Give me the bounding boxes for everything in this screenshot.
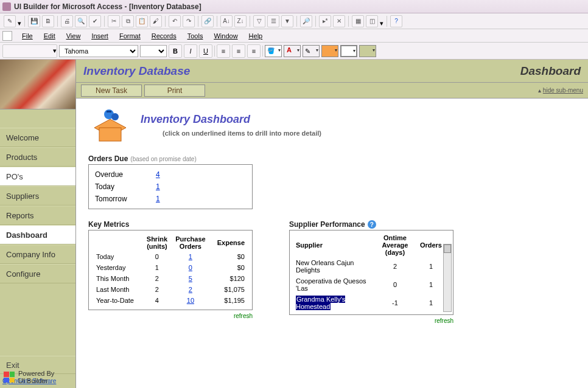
metrics-po-link[interactable]: 0 xyxy=(171,262,210,273)
fill-swatch[interactable] xyxy=(321,45,338,57)
orders-row-tomorrow: Tomorrow1 xyxy=(95,193,246,205)
perf-row-selected[interactable]: Grandma Kelly's Homestead-11 xyxy=(295,294,452,312)
menu-window[interactable]: Window xyxy=(209,31,242,41)
metrics-po-link[interactable]: 2 xyxy=(171,284,210,295)
metrics-row: Year-to-Date410$1,195 xyxy=(95,295,246,306)
delete-record-button[interactable]: ✕ xyxy=(333,15,345,27)
filter-form-button[interactable]: ☰ xyxy=(267,15,279,27)
undo-button[interactable]: ↶ xyxy=(169,15,181,27)
metrics-row: This Month25$120 xyxy=(95,273,246,284)
italic-button[interactable]: I xyxy=(184,44,197,58)
supplier-perf-panel: Supplier Ontime Average(days) Orders New… xyxy=(289,230,453,315)
spell-button[interactable]: ✔ xyxy=(89,15,101,27)
fill-color-button[interactable]: 🪣 xyxy=(265,45,282,57)
special-effect-button[interactable] xyxy=(359,45,376,57)
metrics-row: Today01$0 xyxy=(95,251,246,262)
paste-button[interactable]: 📋 xyxy=(136,15,148,27)
orders-row-overdue: Overdue4 xyxy=(95,168,246,181)
separator xyxy=(387,16,387,27)
nav-configure[interactable]: Configure xyxy=(0,264,75,283)
font-size-selector[interactable]: 8 xyxy=(140,45,167,57)
toolbar-formatting: ▾ Tahoma 8 B I U ≡ ≡ ≡ 🪣 A ✎ xyxy=(0,43,588,60)
link-button[interactable]: 🔗 xyxy=(201,15,214,27)
object-selector[interactable]: ▾ xyxy=(2,44,57,58)
perf-col-orders: Orders xyxy=(419,233,443,257)
font-color-button[interactable]: A xyxy=(284,45,301,57)
hide-submenu-link[interactable]: hide sub-menu xyxy=(538,87,583,94)
sub-menu-bar: New Task Print hide sub-menu xyxy=(76,83,588,99)
align-right-button[interactable]: ≡ xyxy=(247,44,261,58)
scrollbar[interactable] xyxy=(443,244,452,312)
orders-today-link[interactable]: 1 xyxy=(156,182,160,191)
menu-view[interactable]: View xyxy=(61,31,86,41)
orders-row-today: Today1 xyxy=(95,181,246,193)
perf-row[interactable]: Cooperativa de Quesos 'Las01 xyxy=(295,275,452,294)
scrollbar-thumb[interactable] xyxy=(444,244,451,253)
separator xyxy=(296,16,297,27)
menu-format[interactable]: Format xyxy=(114,31,145,41)
form-icon[interactable] xyxy=(2,31,12,41)
db-window-button[interactable]: ▦ xyxy=(352,15,364,27)
save-button[interactable]: 💾 xyxy=(28,15,40,27)
border-swatch[interactable] xyxy=(340,45,357,57)
cut-button[interactable]: ✂ xyxy=(108,15,120,27)
uibuilder-logo-icon xyxy=(4,372,15,383)
dropdown-icon[interactable]: ▾ xyxy=(18,19,21,23)
menu-edit[interactable]: Edit xyxy=(39,31,60,41)
separator xyxy=(315,16,316,27)
nav-suppliers[interactable]: Suppliers xyxy=(0,186,75,206)
nav-products[interactable]: Products xyxy=(0,147,75,167)
help-icon[interactable]: ? xyxy=(368,220,376,229)
format-painter-button[interactable]: 🖌 xyxy=(150,15,162,27)
filter-selection-button[interactable]: ▽ xyxy=(253,15,265,27)
nav-company-info[interactable]: Company Info xyxy=(0,244,75,264)
line-color-button[interactable]: ✎ xyxy=(303,45,320,57)
nav-reports[interactable]: Reports xyxy=(0,206,75,225)
nav-welcome[interactable]: Welcome xyxy=(0,128,75,147)
page-tab-label: Dashboard xyxy=(520,64,581,78)
sort-desc-button[interactable]: Z↓ xyxy=(234,15,247,27)
metrics-refresh-link[interactable]: refresh xyxy=(88,313,253,319)
align-center-button[interactable]: ≡ xyxy=(232,44,245,58)
nav-pos[interactable]: PO's xyxy=(0,167,75,186)
separator xyxy=(262,46,263,57)
metrics-po-link[interactable]: 10 xyxy=(171,295,210,306)
main-area: Inventory Database Dashboard New Task Pr… xyxy=(76,60,588,388)
menu-insert[interactable]: Insert xyxy=(86,31,113,41)
find-button[interactable]: 🔎 xyxy=(300,15,312,27)
metrics-po-link[interactable]: 1 xyxy=(171,251,210,262)
new-record-button[interactable]: ▸* xyxy=(319,15,331,27)
orders-overdue-link[interactable]: 4 xyxy=(156,170,160,179)
menu-file[interactable]: File xyxy=(17,31,38,41)
bold-button[interactable]: B xyxy=(169,44,182,58)
new-object-button[interactable]: ◫ xyxy=(366,15,378,27)
save-as-button[interactable]: 🗎 xyxy=(42,15,54,27)
underline-button[interactable]: U xyxy=(199,44,212,58)
print-button[interactable]: 🖨 xyxy=(61,15,73,27)
toggle-filter-button[interactable]: ▼ xyxy=(281,15,293,27)
menu-help[interactable]: Help xyxy=(244,31,268,41)
perf-refresh-link[interactable]: refresh xyxy=(289,317,453,324)
dropdown-icon[interactable]: ▾ xyxy=(380,19,383,23)
sort-asc-button[interactable]: A↓ xyxy=(220,15,233,27)
preview-button[interactable]: 🔍 xyxy=(75,15,87,27)
new-task-button[interactable]: New Task xyxy=(81,85,142,97)
metrics-po-link[interactable]: 5 xyxy=(171,273,210,284)
nav-dashboard[interactable]: Dashboard xyxy=(0,225,75,244)
redo-button[interactable]: ↷ xyxy=(183,15,195,27)
perf-row[interactable]: New Orleans Cajun Delights21 xyxy=(295,257,452,275)
font-selector[interactable]: Tahoma xyxy=(59,45,138,57)
print-button[interactable]: Print xyxy=(144,85,205,97)
copy-button[interactable]: ⧉ xyxy=(122,15,134,27)
menu-records[interactable]: Records xyxy=(147,31,181,41)
design-button[interactable]: ✎ xyxy=(4,15,16,27)
key-metrics-label: Key Metrics xyxy=(88,220,253,229)
sidebar-image xyxy=(0,60,75,109)
menu-tools[interactable]: Tools xyxy=(183,31,208,41)
orders-tomorrow-link[interactable]: 1 xyxy=(156,195,160,203)
orders-due-panel: Overdue4 Today1 Tomorrow1 xyxy=(88,164,253,209)
help-button[interactable]: ? xyxy=(390,15,402,27)
align-left-button[interactable]: ≡ xyxy=(217,44,230,58)
perf-col-avg: Ontime Average(days) xyxy=(371,233,419,257)
separator xyxy=(214,46,215,57)
